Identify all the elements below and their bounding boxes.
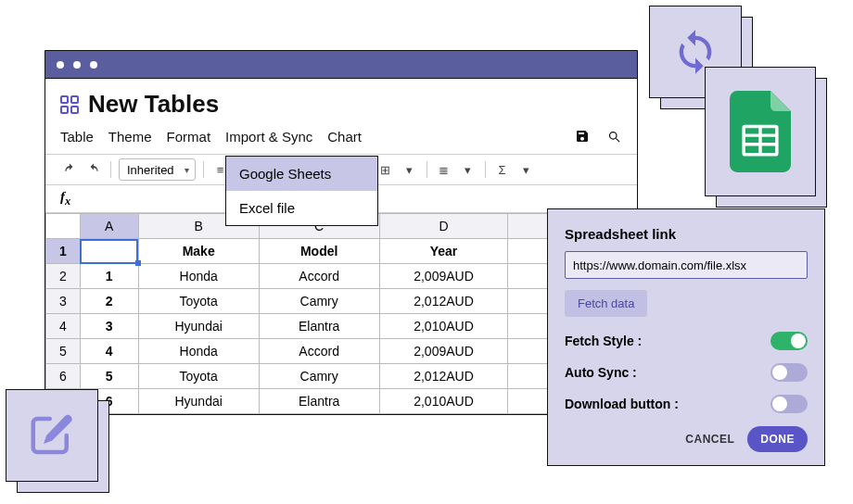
cell[interactable]: Hyundai xyxy=(138,389,259,414)
cell[interactable]: Honda xyxy=(138,339,259,364)
fetch-data-button[interactable]: Fetch data xyxy=(565,290,647,317)
auto-sync-label: Auto Sync : xyxy=(565,365,637,380)
row-header[interactable]: 4 xyxy=(46,314,81,339)
row-header[interactable]: 5 xyxy=(46,339,81,364)
edit-card xyxy=(6,389,98,482)
menu-table[interactable]: Table xyxy=(60,129,94,145)
cell[interactable]: Camry xyxy=(259,364,379,389)
svg-point-4 xyxy=(609,132,617,139)
cell[interactable]: Model xyxy=(259,239,379,264)
spreadsheet-link-panel: Spreadsheet link Fetch data Fetch Style … xyxy=(547,208,825,466)
save-icon[interactable] xyxy=(574,128,591,145)
cell[interactable]: 4 xyxy=(80,339,138,364)
search-icon[interactable] xyxy=(605,128,622,145)
menu-import-sync[interactable]: Import & Sync xyxy=(225,129,312,145)
cell[interactable]: Honda xyxy=(138,264,259,289)
edit-icon xyxy=(27,410,77,460)
row-header[interactable]: 1 xyxy=(46,239,81,264)
window-dot xyxy=(90,61,97,69)
window-titlebar xyxy=(45,51,637,79)
auto-sync-toggle[interactable] xyxy=(770,363,808,382)
cell[interactable]: 3 xyxy=(80,314,138,339)
menubar: Table Theme Format Import & Sync Chart xyxy=(60,124,622,154)
cell[interactable]: Year xyxy=(379,239,508,264)
select-all-corner[interactable] xyxy=(46,214,81,239)
fx-label: fx xyxy=(60,189,70,208)
cell[interactable]: Elantra xyxy=(259,389,379,414)
cell[interactable]: Camry xyxy=(259,289,379,314)
cell[interactable]: Hyundai xyxy=(138,314,259,339)
cell[interactable]: 2,012AUD xyxy=(379,289,508,314)
cell[interactable]: 5 xyxy=(80,364,138,389)
cell[interactable]: Toyota xyxy=(138,289,259,314)
chevron-down-icon[interactable]: ▾ xyxy=(401,160,419,179)
cell[interactable]: 2 xyxy=(80,289,138,314)
borders-button[interactable]: ⊞ xyxy=(376,160,395,179)
google-sheets-icon xyxy=(730,91,791,172)
cell[interactable]: 2,009AUD xyxy=(379,339,508,364)
download-button-toggle[interactable] xyxy=(770,395,808,413)
import-sync-dropdown: Google Sheets Excel file xyxy=(225,156,378,226)
font-select[interactable]: Inherited xyxy=(119,158,196,181)
cell[interactable]: 2,010AUD xyxy=(379,389,508,414)
undo-button[interactable] xyxy=(60,160,79,179)
panel-title: Spreadsheet link xyxy=(565,226,808,242)
chevron-down-icon[interactable]: ▾ xyxy=(517,160,536,179)
page-title: New Tables xyxy=(88,90,219,119)
download-button-label: Download button : xyxy=(565,397,679,411)
cell[interactable]: 2,009AUD xyxy=(379,264,508,289)
cell[interactable] xyxy=(80,239,138,264)
sheets-card xyxy=(705,67,816,196)
window-dot xyxy=(57,61,64,69)
fetch-style-toggle[interactable] xyxy=(770,332,808,350)
done-button[interactable]: DONE xyxy=(747,426,808,452)
cancel-button[interactable]: CANCEL xyxy=(685,433,734,446)
dropdown-excel-file[interactable]: Excel file xyxy=(226,191,377,225)
app-logo-icon xyxy=(60,95,79,114)
col-header[interactable]: D xyxy=(379,214,508,239)
row-header[interactable]: 2 xyxy=(46,264,81,289)
spreadsheet-url-input[interactable] xyxy=(565,251,808,279)
menu-theme[interactable]: Theme xyxy=(108,129,152,145)
menu-chart[interactable]: Chart xyxy=(327,129,362,145)
cell[interactable]: 2,012AUD xyxy=(379,364,508,389)
redo-button[interactable] xyxy=(84,160,103,179)
chevron-down-icon[interactable]: ▾ xyxy=(459,160,477,179)
dropdown-google-sheets[interactable]: Google Sheets xyxy=(226,157,377,191)
window-dot xyxy=(73,61,81,69)
svg-line-5 xyxy=(616,138,619,142)
row-header[interactable]: 3 xyxy=(46,289,81,314)
cell[interactable]: 2,010AUD xyxy=(379,314,508,339)
menu-format[interactable]: Format xyxy=(167,129,211,145)
sigma-button[interactable]: Σ xyxy=(493,160,512,179)
cell[interactable]: Elantra xyxy=(259,314,379,339)
font-select-value: Inherited xyxy=(127,163,174,177)
fetch-style-label: Fetch Style : xyxy=(565,334,642,348)
cell[interactable]: 1 xyxy=(80,264,138,289)
cell[interactable]: Toyota xyxy=(138,364,259,389)
row-header[interactable]: 6 xyxy=(46,364,81,389)
cell[interactable]: Accord xyxy=(259,264,379,289)
cell[interactable]: Accord xyxy=(259,339,379,364)
col-header[interactable]: A xyxy=(80,214,138,239)
cell[interactable]: Make xyxy=(138,239,259,264)
stroke-button[interactable]: ≣ xyxy=(435,160,453,179)
